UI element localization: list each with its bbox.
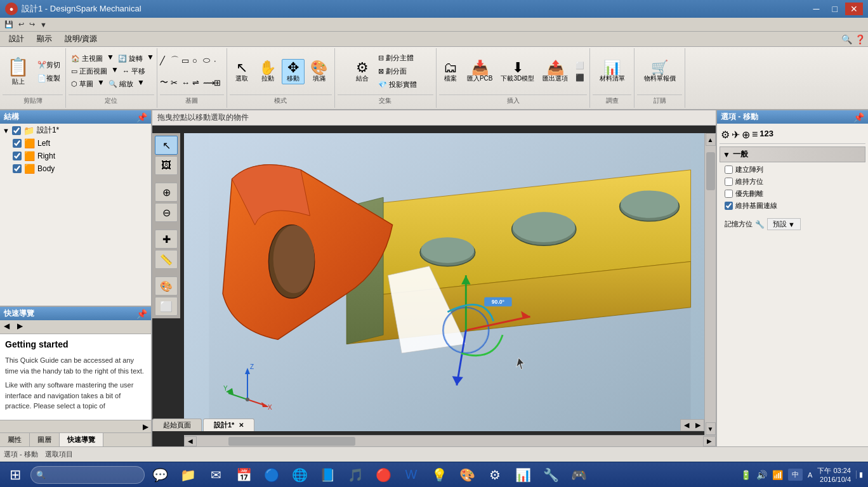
measure-tool[interactable]: 📏 xyxy=(155,250,178,269)
zoom-in-tool[interactable]: ⊕ xyxy=(155,183,178,202)
structure-pin[interactable]: 📌 xyxy=(136,112,147,122)
right-checkbox[interactable] xyxy=(13,152,22,160)
taskbar-app-extra1[interactable]: 🔧 xyxy=(538,464,563,486)
rotate-dropdown[interactable]: ▼ xyxy=(147,53,154,65)
keep-sketch-label[interactable]: 維持基圖連線 xyxy=(735,201,777,211)
split-face-button[interactable]: ⊠ 劃分面 xyxy=(376,65,419,77)
tab-design1[interactable]: 設計1* ✕ xyxy=(203,419,254,431)
sketch-dropdown[interactable]: ▼ xyxy=(97,78,105,90)
sketch-view-button[interactable]: ⬡ 草圖 xyxy=(69,78,96,90)
tool-arc[interactable]: ⌒ xyxy=(171,55,181,66)
ribbon-search[interactable]: 🔍 xyxy=(841,34,852,44)
tab-quickguide[interactable]: 快速導覽 xyxy=(60,433,103,446)
project-solid-button[interactable]: 💎 投影實體 xyxy=(376,79,419,91)
create-array-label[interactable]: 建立陣列 xyxy=(735,165,763,174)
help-button[interactable]: ❓ xyxy=(855,34,865,44)
vscroll-thumb[interactable] xyxy=(706,152,715,190)
body-checkbox[interactable] xyxy=(13,164,22,173)
tab-close[interactable]: ✕ xyxy=(239,422,244,429)
zoom-button[interactable]: 🔍 縮放 xyxy=(106,78,136,90)
tab-layers[interactable]: 圖層 xyxy=(30,433,60,446)
pull-button[interactable]: ✋ 拉動 xyxy=(256,59,279,84)
design1-checkbox[interactable] xyxy=(12,126,21,135)
options-plane-icon[interactable]: ✈ xyxy=(732,129,740,141)
taskbar-app-ie[interactable]: 🌐 xyxy=(287,464,312,486)
tool-line[interactable]: ╱ xyxy=(160,56,170,65)
quickguide-more[interactable]: ▶ xyxy=(143,422,148,431)
snap-tool[interactable]: ✚ xyxy=(155,230,178,249)
zoom-dropdown[interactable]: ▼ xyxy=(137,78,145,90)
keep-orientation-label[interactable]: 維持方位 xyxy=(735,177,763,186)
taskbar-app-mail[interactable]: ✉ xyxy=(203,464,228,486)
appearance-tool[interactable]: 🎨 xyxy=(155,276,178,295)
tab-properties[interactable]: 屬性 xyxy=(0,433,30,446)
material-tool[interactable]: ⬜ xyxy=(155,297,178,316)
tool-ellipse[interactable]: ⬭ xyxy=(203,55,213,65)
combine-button[interactable]: ⚙ 結合 xyxy=(351,59,374,84)
quickguide-scroll-left[interactable]: ◀ xyxy=(0,320,13,334)
tree-item-left[interactable]: 🟧 Left xyxy=(0,137,151,150)
tool-circle[interactable]: ○ xyxy=(192,56,202,65)
export-button[interactable]: 📤 匯出選項 xyxy=(539,59,571,84)
options-123-icon[interactable]: 123 xyxy=(760,129,773,141)
front-view-button[interactable]: ▭ 正面視圖 xyxy=(69,65,110,77)
view-tool[interactable]: 🖼 xyxy=(155,156,178,175)
taskbar-app-chrome[interactable]: 🔵 xyxy=(259,464,284,486)
material-list-button[interactable]: 📊 材料清單 xyxy=(596,59,628,84)
rotate-button[interactable]: 🔄 旋轉 xyxy=(115,53,145,65)
cut-button[interactable]: ✂️ 剪切 xyxy=(35,59,63,71)
tab-start-page[interactable]: 起始頁面 xyxy=(152,419,202,431)
tab-nav-right[interactable]: ▶ xyxy=(692,420,704,431)
tree-item-right[interactable]: 🟧 Right xyxy=(0,150,151,162)
vscroll-down[interactable]: ▼ xyxy=(706,422,716,435)
minimize-button[interactable]: ─ xyxy=(808,3,825,15)
copy-button[interactable]: 📄 複製 xyxy=(35,72,63,84)
home-view-button[interactable]: 🏠 主視圖 xyxy=(69,53,105,65)
maximize-button[interactable]: □ xyxy=(827,3,843,15)
paste-button[interactable]: 📋 貼上 xyxy=(3,55,34,88)
redo-button[interactable]: ↪ xyxy=(27,20,37,29)
menu-help[interactable]: 說明/資源 xyxy=(58,32,103,46)
keep-orientation-checkbox[interactable] xyxy=(725,178,733,186)
vscroll-up[interactable]: ▲ xyxy=(706,133,716,146)
options-gear-icon[interactable]: ⚙ xyxy=(721,129,730,141)
select-tool[interactable]: ↖ xyxy=(155,136,178,155)
taskbar-app-chat[interactable]: 💬 xyxy=(147,464,173,486)
select-button[interactable]: ↖ 選取 xyxy=(230,59,253,84)
taskbar-app-excel[interactable]: 📊 xyxy=(510,464,536,486)
taskbar-app-paint[interactable]: 🎨 xyxy=(454,464,480,486)
front-dropdown[interactable]: ▼ xyxy=(111,65,119,77)
options-plus-icon[interactable]: ⊕ xyxy=(742,129,750,141)
zoom-out-tool[interactable]: ⊖ xyxy=(155,203,178,222)
left-checkbox[interactable] xyxy=(13,139,22,148)
split-body-button[interactable]: ⊟ 劃分主體 xyxy=(376,52,419,64)
taskbar-app-calendar[interactable]: 📅 xyxy=(231,464,256,486)
tool-rect[interactable]: ▭ xyxy=(181,56,192,65)
hscroll-thumb[interactable] xyxy=(228,437,355,446)
home-view-dropdown[interactable]: ▼ xyxy=(107,53,114,65)
general-section-header[interactable]: ▼ 一般 xyxy=(720,146,865,162)
tool-spline[interactable]: 〜 xyxy=(160,77,170,88)
tree-item-body[interactable]: 🟧 Body xyxy=(0,162,151,175)
tool-pattern[interactable]: ⊞ xyxy=(214,78,224,88)
taskbar-app-word[interactable]: W xyxy=(398,464,424,486)
undo-button[interactable]: ↩ xyxy=(16,20,26,29)
hscroll-right[interactable]: ▶ xyxy=(703,436,716,446)
material-list-btn[interactable]: ⬜ xyxy=(573,60,587,71)
viewport-hscroll[interactable]: ◀ ▶ xyxy=(184,435,716,446)
priority-delete-checkbox[interactable] xyxy=(725,190,733,198)
fill-button[interactable]: 🎨 填滿 xyxy=(307,59,331,84)
show-desktop[interactable]: ▮ xyxy=(856,471,865,479)
file-button[interactable]: 🗂 檔案 xyxy=(439,59,462,84)
taskbar-app-music[interactable]: 🎵 xyxy=(343,464,368,486)
taskbar-app-yellow[interactable]: 💡 xyxy=(426,464,452,486)
tab-nav-left[interactable]: ◀ xyxy=(681,420,692,431)
menu-view[interactable]: 顯示 xyxy=(30,32,58,46)
preset-button[interactable]: 預設 ▼ xyxy=(767,218,801,230)
viewport-vscroll[interactable]: ▲ ▼ xyxy=(704,133,716,435)
hscroll-left[interactable]: ◀ xyxy=(184,436,197,446)
pan-button[interactable]: ↔ 平移 xyxy=(120,65,148,77)
taskbar-app-extra2[interactable]: 🎮 xyxy=(566,464,591,486)
options-pin[interactable]: 📌 xyxy=(853,112,864,122)
menu-design[interactable]: 設計 xyxy=(3,32,30,46)
